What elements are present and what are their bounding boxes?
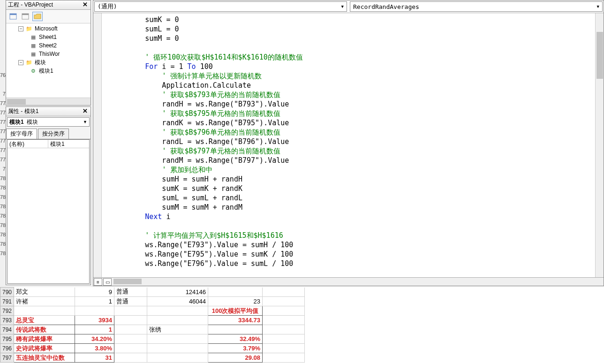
cell[interactable] xyxy=(114,316,147,325)
cell[interactable] xyxy=(263,334,305,344)
cell[interactable]: 29.08 xyxy=(208,353,263,363)
code-margin xyxy=(93,13,102,277)
cell[interactable]: 1 xyxy=(75,325,114,334)
cell[interactable]: 郑文 xyxy=(14,288,75,297)
cell[interactable] xyxy=(208,325,263,334)
chevron-down-icon: ▼ xyxy=(83,120,87,124)
cell[interactable] xyxy=(263,344,305,353)
cell[interactable]: 张绣 xyxy=(147,325,208,334)
cell[interactable] xyxy=(147,306,208,316)
code-editor[interactable]: sumK = 0 sumL = 0 sumM = 0 ' 循环100次获取$H$… xyxy=(102,13,595,277)
cell[interactable] xyxy=(75,306,114,316)
cell[interactable]: 32.49% xyxy=(208,334,263,344)
table-row: 796 史诗武将爆率 3.80% 3.79% xyxy=(0,344,305,353)
tree-sheet2[interactable]: Sheet2 xyxy=(39,42,57,49)
cell[interactable]: 五连抽灵宝中位数 xyxy=(14,353,75,363)
cell[interactable]: 23 xyxy=(208,297,263,306)
table-row: 790 郑文 9 普通 124146 xyxy=(0,288,305,297)
properties-grid[interactable]: (名称) 模块1 xyxy=(7,139,90,284)
cell[interactable] xyxy=(14,306,75,316)
row-header[interactable]: 791 xyxy=(0,297,14,306)
chevron-down-icon: ▼ xyxy=(597,4,599,9)
cell[interactable]: 总灵宝 xyxy=(14,316,75,325)
cell[interactable]: 稀有武将爆率 xyxy=(14,334,75,344)
cell[interactable] xyxy=(263,353,305,363)
cell-sim-header[interactable]: 100次模拟平均值 xyxy=(208,306,263,316)
cell[interactable]: 9 xyxy=(75,288,114,297)
cell[interactable]: 普通 xyxy=(114,297,147,306)
tree-sheet1[interactable]: Sheet1 xyxy=(39,34,57,40)
cell[interactable]: 34.20% xyxy=(75,334,114,344)
procedure-view-button[interactable]: ≡ xyxy=(94,278,102,286)
props-tab-categorized[interactable]: 按分类序 xyxy=(38,129,69,139)
worksheet-grid[interactable]: 790 郑文 9 普通 124146 791 许褚 1 普通 46044 23 … xyxy=(0,287,604,364)
row-header[interactable]: 793 xyxy=(0,316,14,325)
cell[interactable]: 3344.73 xyxy=(208,316,263,325)
project-panel-close-icon[interactable]: ✕ xyxy=(81,2,89,8)
properties-panel-close-icon[interactable]: ✕ xyxy=(81,108,89,115)
code-vscrollbar[interactable] xyxy=(595,13,604,277)
toggle-folders-button[interactable] xyxy=(32,12,43,21)
cell[interactable] xyxy=(114,334,147,344)
code-window: (通用) ▼ RecordRandAverages ▼ sumK = 0 sum… xyxy=(93,0,604,286)
row-header[interactable]: 790 xyxy=(0,288,14,297)
row-header[interactable]: 796 xyxy=(0,344,14,353)
cell[interactable] xyxy=(263,288,305,297)
cell[interactable]: 传说武将数 xyxy=(14,325,75,334)
project-explorer-panel: 工程 - VBAProject ✕ − 📁 Microsoft xyxy=(6,0,91,106)
row-header[interactable]: 797 xyxy=(0,353,14,363)
view-code-button[interactable] xyxy=(8,12,18,21)
cell[interactable]: 普通 xyxy=(114,288,147,297)
prop-name-key: (名称) xyxy=(8,140,48,148)
folder-icon: 📁 xyxy=(25,25,33,32)
cell[interactable] xyxy=(114,306,147,316)
table-row: 793 总灵宝 3934 3344.73 xyxy=(0,316,305,325)
row-header[interactable]: 794 xyxy=(0,325,14,334)
cell[interactable] xyxy=(147,344,208,353)
cell[interactable] xyxy=(147,334,208,344)
cell[interactable]: 3934 xyxy=(75,316,114,325)
cell[interactable]: 46044 xyxy=(147,297,208,306)
cell[interactable] xyxy=(263,306,305,316)
full-module-view-button[interactable]: ▭ xyxy=(103,278,112,286)
tree-collapse-icon[interactable]: − xyxy=(18,60,23,65)
object-dropdown[interactable]: (通用) ▼ xyxy=(94,1,347,12)
project-tree-hscrollbar[interactable] xyxy=(6,98,91,105)
cell[interactable] xyxy=(263,325,305,334)
cell[interactable] xyxy=(114,353,147,363)
props-tab-alphabetic[interactable]: 按字母序 xyxy=(6,129,37,139)
cell[interactable]: 1 xyxy=(75,297,114,306)
tree-thisworkbook[interactable]: ThisWor xyxy=(39,51,60,57)
view-object-button[interactable] xyxy=(20,12,30,21)
cell[interactable]: 3.79% xyxy=(208,344,263,353)
project-toolbar xyxy=(6,10,91,23)
folder-icon: 📁 xyxy=(25,59,33,66)
cell[interactable]: 31 xyxy=(75,353,114,363)
tree-collapse-icon[interactable]: − xyxy=(18,26,23,31)
cell[interactable]: 许褚 xyxy=(14,297,75,306)
procedure-dropdown[interactable]: RecordRandAverages ▼ xyxy=(350,1,603,12)
table-row: 797 五连抽灵宝中位数 31 29.08 xyxy=(0,353,305,363)
cell[interactable] xyxy=(147,353,208,363)
prop-name-value[interactable]: 模块1 xyxy=(48,140,89,148)
row-header[interactable]: 792 xyxy=(0,306,14,316)
properties-panel: 属性 - 模块1 ✕ 模块1 模块 ▼ 按字母序 按分类序 (名称) 模块1 xyxy=(6,106,91,285)
cell[interactable]: 3.80% xyxy=(75,344,114,353)
table-row: 794 传说武将数 1 张绣 xyxy=(0,325,305,334)
tree-module1[interactable]: 模块1 xyxy=(39,67,53,75)
cell[interactable] xyxy=(114,325,147,334)
tree-modules-folder[interactable]: 模块 xyxy=(35,59,46,67)
cell[interactable] xyxy=(263,316,305,325)
cell[interactable] xyxy=(147,316,208,325)
table-row: 792 100次模拟平均值 xyxy=(0,306,305,316)
code-hscrollbar[interactable] xyxy=(113,278,603,285)
cell[interactable]: 史诗武将爆率 xyxy=(14,344,75,353)
project-tree[interactable]: − 📁 Microsoft ▦ Sheet1 ▦ Sheet2 ▦ ThisWo… xyxy=(6,23,91,98)
module-icon: ⚙ xyxy=(30,68,37,74)
cell[interactable] xyxy=(208,288,263,297)
row-header[interactable]: 795 xyxy=(0,334,14,344)
cell[interactable]: 124146 xyxy=(147,288,208,297)
cell[interactable] xyxy=(114,344,147,353)
properties-object-dropdown[interactable]: 模块1 模块 ▼ xyxy=(7,117,90,127)
cell[interactable] xyxy=(263,297,305,306)
